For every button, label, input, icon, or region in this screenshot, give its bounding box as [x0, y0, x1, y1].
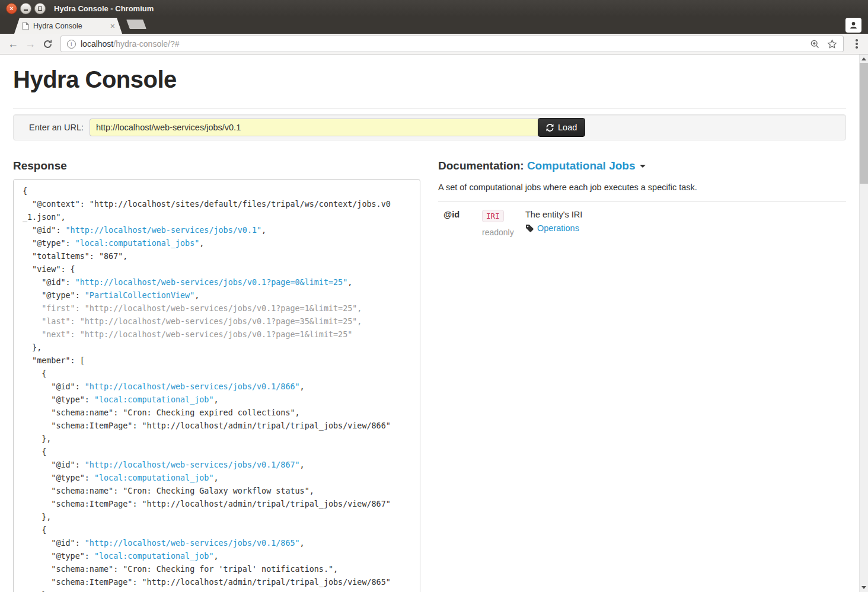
json-text: { [23, 526, 46, 535]
operations-link[interactable]: Operations [537, 223, 579, 233]
json-text: "schema:name": "Cron: Checking expired c… [23, 408, 300, 417]
json-link[interactable]: "http://localhost/web-services/jobs/v0.1… [75, 278, 348, 287]
json-link[interactable]: "local:computational_job" [94, 473, 214, 482]
bookmark-star-icon[interactable] [827, 39, 837, 49]
window-maximize-icon[interactable] [34, 3, 46, 14]
window-close-icon[interactable]: × [6, 3, 17, 14]
json-line: }, [23, 433, 411, 446]
json-text: "@type": [23, 473, 94, 482]
new-tab-button[interactable] [126, 20, 146, 29]
documentation-label: Documentation: [438, 159, 524, 172]
page-scrollbar[interactable] [859, 55, 868, 592]
url-form: Enter an URL: Load [13, 114, 846, 140]
documentation-heading: Documentation: Computational Jobs [438, 159, 846, 172]
back-icon[interactable]: ← [5, 36, 21, 52]
json-line: "@id": "http://localhost/web-services/jo… [23, 380, 411, 393]
json-text: "view": { [23, 265, 75, 274]
json-line: "@id": "http://localhost/web-services/jo… [23, 459, 411, 472]
json-text: "first": "http://localhost/web-services/… [23, 304, 362, 313]
divider [13, 108, 846, 109]
json-line: "schema:name": "Cron: Checking expired c… [23, 407, 411, 420]
json-text: { [23, 187, 27, 196]
url-input[interactable] [90, 119, 538, 136]
json-line: "@type": "local:computational_job", [23, 550, 411, 563]
documentation-description: A set of computational jobs where each j… [438, 183, 846, 192]
response-panel: Response { "@context": "http://localhost… [13, 159, 420, 592]
site-info-icon[interactable]: i [67, 40, 76, 49]
json-text: "schema:name": "Cron: Checking Galaxy wo… [23, 487, 314, 495]
property-name: @id [438, 210, 482, 237]
reload-icon[interactable] [40, 36, 55, 52]
json-text: "@type": [23, 552, 94, 561]
json-text: "@id": [23, 460, 85, 469]
profile-avatar-icon[interactable] [845, 18, 861, 33]
json-line: "totalItems": "867", [23, 250, 411, 263]
json-link[interactable]: "http://localhost/web-services/jobs/v0.1… [85, 539, 300, 548]
property-type-badge: IRI [482, 210, 504, 222]
zoom-icon[interactable] [810, 39, 820, 49]
json-line: }, [23, 341, 411, 354]
browser-menu-icon[interactable] [851, 39, 863, 49]
json-link[interactable]: "PartialCollectionView" [85, 291, 194, 300]
tab-bar: Hydra Console × [0, 17, 868, 34]
json-line: "schema:ItemPage": "http://localhost/adm… [23, 576, 411, 589]
json-line: { [23, 185, 411, 198]
json-text: "schema:ItemPage": "http://localhost/adm… [23, 421, 391, 430]
json-text: }, [23, 434, 51, 443]
json-line: "next": "http://localhost/web-services/j… [23, 328, 411, 341]
tab-close-icon[interactable]: × [109, 22, 116, 30]
json-line: "schema:name": "Cron: Checking for 'trip… [23, 563, 411, 576]
json-line: "@type": "local:computational_jobs", [23, 237, 411, 250]
url-host: localhost [81, 39, 113, 49]
scrollbar-thumb[interactable] [860, 63, 868, 184]
json-line: "member": [ [23, 354, 411, 367]
json-text: , [300, 539, 305, 548]
json-text: , [347, 278, 352, 287]
property-row: @id IRI readonly The entity's IRI Operat… [438, 201, 846, 237]
scroll-up-icon[interactable] [861, 57, 866, 60]
json-line: "schema:name": "Cron: Checking Galaxy wo… [23, 485, 411, 498]
scroll-down-icon[interactable] [861, 586, 866, 589]
json-text: "@id": [23, 382, 85, 391]
documentation-class-link[interactable]: Computational Jobs [527, 159, 636, 172]
json-line: { [23, 446, 411, 459]
json-text: , [194, 291, 199, 300]
property-access: readonly [482, 228, 525, 237]
refresh-icon [546, 124, 554, 132]
response-json: { "@context": "http://localhost/sites/de… [13, 179, 420, 592]
property-description: The entity's IRI [525, 210, 846, 219]
json-line: }, [23, 511, 411, 524]
browser-toolbar: ← → i localhost/hydra-console/?# [0, 34, 868, 55]
json-text: , [261, 226, 266, 235]
url-path: /hydra-console/?# [113, 39, 179, 49]
json-text: , [213, 395, 218, 404]
window-minimize-icon[interactable] [20, 3, 31, 14]
page-favicon-icon [22, 22, 29, 30]
response-heading: Response [13, 159, 420, 172]
tag-icon [525, 224, 534, 233]
json-text: , [300, 382, 305, 391]
json-line: "@type": "PartialCollectionView", [23, 289, 411, 302]
json-link[interactable]: "local:computational_jobs" [75, 239, 200, 248]
json-text: , [213, 473, 218, 482]
json-link[interactable]: "http://localhost/web-services/jobs/v0.1… [85, 382, 300, 391]
window-titlebar: × Hydra Console - Chromium [0, 0, 868, 17]
json-text: , [199, 239, 204, 248]
json-text: "@id": [23, 278, 75, 287]
json-line: "@id": "http://localhost/web-services/jo… [23, 537, 411, 550]
address-bar[interactable]: i localhost/hydra-console/?# [60, 36, 844, 52]
page-title: Hydra Console [13, 66, 846, 93]
json-link[interactable]: "local:computational_job" [94, 395, 214, 404]
json-text: { [23, 369, 46, 378]
json-line: "schema:ItemPage": "http://localhost/adm… [23, 498, 411, 511]
json-link[interactable]: "http://localhost/web-services/jobs/v0.1… [85, 460, 300, 469]
chevron-down-icon[interactable] [640, 165, 646, 168]
json-link[interactable]: "http://localhost/web-services/jobs/v0.1… [66, 226, 262, 235]
json-text: "@context": "http://localhost/sites/defa… [23, 200, 391, 209]
json-link[interactable]: "local:computational_job" [94, 552, 214, 561]
json-line: "first": "http://localhost/web-services/… [23, 302, 411, 315]
browser-tab[interactable]: Hydra Console × [14, 18, 122, 34]
load-button[interactable]: Load [538, 118, 585, 137]
json-text: "next": "http://localhost/web-services/j… [23, 330, 352, 339]
json-text: "@id": [23, 226, 66, 235]
